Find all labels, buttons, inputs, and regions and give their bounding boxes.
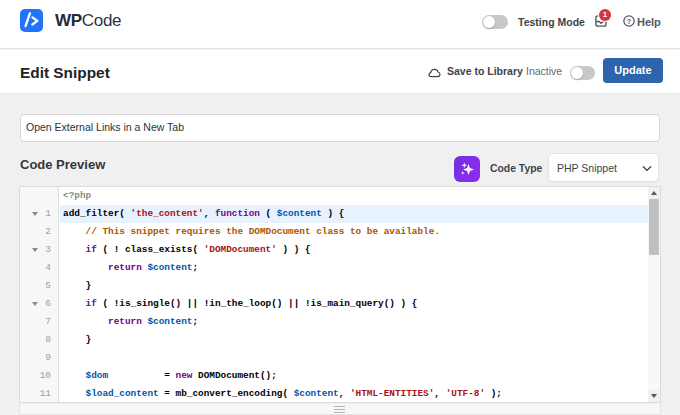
svg-text:?: ? [627,17,631,26]
